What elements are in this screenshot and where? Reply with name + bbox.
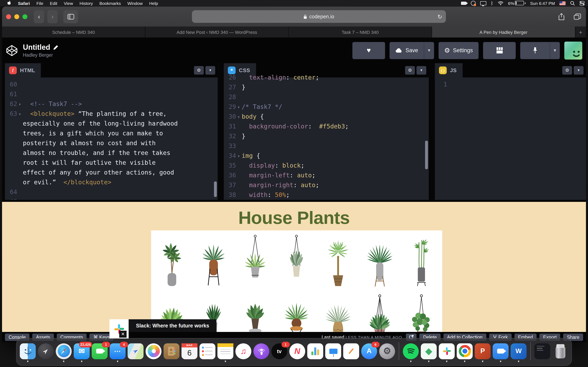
dock-app-store[interactable]: A 6: [361, 343, 377, 359]
dock-sims[interactable]: ◆: [421, 343, 437, 359]
js-collapse-button[interactable]: ▼: [574, 66, 584, 75]
html-settings-button[interactable]: ⚙: [194, 66, 204, 75]
minimize-window-button[interactable]: [14, 14, 19, 19]
bluetooth-icon[interactable]: ᛒ: [491, 1, 493, 6]
tab-overview-icon[interactable]: [574, 13, 581, 20]
html-icon: /: [9, 67, 17, 74]
dock-spotify[interactable]: [403, 343, 419, 359]
address-bar[interactable]: codepen.io ↻: [192, 10, 446, 23]
css-code[interactable]: 26 text-align: center;27}2829▾/* Task7 *…: [224, 73, 429, 200]
dock-reminders[interactable]: [199, 343, 215, 359]
dock-trash[interactable]: [552, 343, 568, 359]
forward-button[interactable]: ›: [47, 10, 58, 23]
menu-clock[interactable]: Sun 6:47 PM: [530, 1, 555, 6]
code-line: 28: [224, 92, 429, 102]
video-camera-icon[interactable]: [461, 1, 466, 5]
dock-messages[interactable]: … 4: [110, 343, 126, 359]
pen-title[interactable]: Untitled: [23, 43, 50, 52]
dock-slack[interactable]: [439, 343, 455, 359]
pin-dropdown-button[interactable]: ▼: [550, 42, 560, 59]
browser-tab[interactable]: Schedule – NMD 340: [2, 26, 145, 38]
dock-system-preferences[interactable]: ⚙: [379, 343, 395, 359]
js-tab[interactable]: ( ) JS: [435, 63, 462, 77]
html-tab[interactable]: / HTML: [5, 63, 41, 77]
edit-pencil-icon[interactable]: [53, 45, 58, 50]
control-center-icon[interactable]: [579, 1, 585, 6]
back-button[interactable]: ‹: [34, 10, 44, 23]
browser-tab[interactable]: A Pen by Hadley Berger: [432, 26, 575, 38]
dock-tv[interactable]: tv 1: [271, 343, 287, 359]
dock-music[interactable]: ♫: [235, 343, 251, 359]
menu-view[interactable]: View: [61, 1, 76, 6]
user-avatar[interactable]: [564, 42, 582, 59]
dock-minimized-window[interactable]: [534, 343, 550, 359]
dock-news[interactable]: N: [289, 343, 305, 359]
zoom-window-button[interactable]: [22, 14, 27, 19]
reload-icon[interactable]: ↻: [438, 13, 442, 20]
settings-button[interactable]: ⚙Settings: [439, 42, 479, 59]
battery-indicator[interactable]: 6%: [508, 1, 526, 6]
dock-chrome[interactable]: [457, 343, 473, 359]
html-code[interactable]: 606162▾ <!-- Task7 -->63▾ <blockquote> “…: [5, 77, 218, 200]
dock-podcasts[interactable]: [253, 343, 269, 359]
codepen-logo-icon[interactable]: [6, 44, 18, 57]
menu-window[interactable]: Window: [124, 1, 146, 6]
css-settings-button[interactable]: ⚙: [405, 66, 415, 75]
menu-history[interactable]: History: [76, 1, 96, 6]
dock-photos[interactable]: [146, 343, 162, 359]
html-scrollbar-thumb[interactable]: [214, 182, 217, 197]
wifi-icon[interactable]: [498, 1, 503, 5]
dock-maps[interactable]: ➢: [128, 343, 144, 359]
code-line: 63▾ <blockquote> “The planting of a tree…: [5, 109, 218, 119]
dock-calendar[interactable]: MAR6: [182, 343, 198, 359]
dock-powerpoint[interactable]: P: [475, 343, 491, 359]
menu-file[interactable]: File: [33, 1, 47, 6]
menu-help[interactable]: Help: [146, 1, 161, 6]
dock-word[interactable]: W: [511, 343, 527, 359]
layout-button[interactable]: [483, 42, 516, 59]
music-icon: ♫: [235, 343, 251, 359]
html-editor-panel[interactable]: / HTML ⚙ ▼ 606162▾ <!-- Task7 -->63▾ <bl…: [5, 63, 218, 200]
dock-contacts[interactable]: [164, 343, 180, 359]
menu-safari[interactable]: Safari: [15, 1, 33, 6]
dock-finder[interactable]: [20, 343, 36, 359]
dock-zoom[interactable]: [493, 343, 509, 359]
airplay-display-icon[interactable]: [480, 1, 486, 5]
input-source-flag-icon[interactable]: [559, 1, 566, 5]
dock-keynote[interactable]: [325, 343, 341, 359]
dock-numbers[interactable]: [307, 343, 323, 359]
apple-menu[interactable]: [3, 0, 15, 6]
html-panel-header: / HTML ⚙ ▼: [5, 63, 218, 77]
dock-pages[interactable]: [343, 343, 359, 359]
slack-close-button[interactable]: ✕: [119, 331, 127, 338]
screen-record-icon[interactable]: [471, 1, 476, 6]
search-icon[interactable]: [570, 1, 575, 6]
html-collapse-button[interactable]: ▼: [205, 66, 215, 75]
dock-mail[interactable]: ✉ 23,426: [74, 343, 90, 359]
js-code[interactable]: 1: [435, 77, 586, 89]
browser-tab[interactable]: Add New Post ‹ NMD 340 — WordPress: [145, 26, 289, 38]
save-dropdown-button[interactable]: ▼: [424, 42, 434, 59]
js-editor-panel[interactable]: ( ) JS ⚙ ▼ 1: [435, 63, 586, 200]
close-window-button[interactable]: [6, 14, 11, 19]
css-editor-panel[interactable]: * CSS ⚙ ▼ 26 text-align: center;27}2829▾…: [224, 63, 429, 200]
save-button[interactable]: Save: [389, 42, 424, 59]
pen-author[interactable]: Hadley Berger: [23, 53, 58, 58]
like-button[interactable]: ♥: [352, 42, 385, 59]
browser-tab[interactable]: Task 7 – NMD 340: [289, 26, 432, 38]
new-tab-button[interactable]: +: [575, 26, 586, 38]
menu-bookmarks[interactable]: Bookmarks: [96, 1, 124, 6]
css-collapse-button[interactable]: ▼: [416, 66, 426, 75]
dock-launchpad[interactable]: ➢: [38, 343, 54, 359]
sidebar-toggle-button[interactable]: [63, 10, 78, 23]
menu-edit[interactable]: Edit: [47, 1, 61, 6]
css-scrollbar-thumb[interactable]: [425, 141, 428, 169]
share-icon[interactable]: [558, 13, 565, 20]
dock-safari[interactable]: [56, 343, 72, 359]
code-line: 64: [5, 187, 218, 197]
pin-button[interactable]: [520, 42, 550, 59]
dock-facetime[interactable]: 1: [92, 343, 108, 359]
dock-notes[interactable]: [217, 343, 233, 359]
system-preferences-icon: ⚙: [379, 343, 395, 359]
js-settings-button[interactable]: ⚙: [562, 66, 572, 75]
